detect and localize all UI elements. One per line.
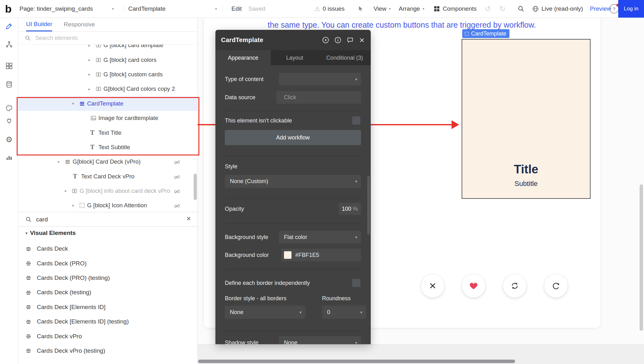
pointer-tool[interactable] [357,0,364,18]
tree-item-text-card-deck-vpro[interactable]: T Text Card Deck vPro [18,169,197,184]
tree-item-custom-cards[interactable]: ▸ G [block] custom cards [18,67,197,82]
comment-icon[interactable] [347,36,354,44]
background-style-value: Flat color [284,234,307,241]
tree-item-info-about-card-deck[interactable]: ▾ G [block] info about card deck vPro [18,184,197,198]
bubble-logo[interactable]: b [5,0,12,18]
caret-right-icon[interactable]: ▸ [88,72,95,77]
tree-item-card-colors[interactable]: ▸ G [block] card colors [18,52,197,67]
chevron-down-icon: ▾ [360,310,362,315]
element-selector[interactable]: CardTemplate ▾ [128,0,217,18]
opacity-input[interactable]: 100 % [339,203,361,215]
refresh-button[interactable] [503,274,527,298]
style-dropdown[interactable]: None (Custom) ▾ [225,175,361,188]
list-item[interactable]: Cards Deck vPro (testing) [18,344,197,358]
tab-responsive[interactable]: Responsive [64,18,95,31]
tree-item-card-colors-copy[interactable]: ▸ G[block] Card colors copy 2 [18,82,197,96]
rewind-button[interactable] [544,274,568,298]
clickable-checkbox[interactable] [352,117,360,125]
settings-tab[interactable]: ⚙ [5,135,13,144]
dislike-button[interactable] [421,274,445,298]
login-button[interactable]: Log in [618,0,644,18]
roundness-dropdown[interactable]: 0 ▾ [322,306,366,319]
property-editor-header[interactable]: CardTemplate [215,30,371,50]
list-item[interactable]: Cards Deck (PRO) [18,256,197,270]
visual-elements-section[interactable]: ▾ Visual Elements [18,226,197,240]
page-selector[interactable]: Page: tinder_swiping_cards ▾ [19,0,114,18]
background-style-dropdown[interactable]: Flat color ▾ [279,231,361,243]
vertical-scrollbar[interactable] [640,184,643,331]
hidden-eye-icon[interactable] [174,158,180,165]
type-of-content-label: Type of content [225,76,264,83]
preview-link[interactable]: Preview [590,0,611,18]
card-subtitle-text[interactable]: Subtitle [462,180,590,188]
close-icon[interactable] [359,37,365,43]
styles-tab[interactable] [5,104,13,112]
list-item[interactable]: Cards Deck (PRO) (testing) [18,271,197,285]
caret-right-icon[interactable]: ▸ [88,57,95,62]
redo-button[interactable]: ↻ [499,0,505,18]
tab-layout[interactable]: Layout [271,50,319,65]
card-title-text[interactable]: Title [462,163,590,176]
live-mode-selector[interactable]: Live (read-only) [532,0,583,18]
undo-button[interactable]: ↺ [485,0,491,18]
design-tab[interactable] [5,22,13,30]
help-button[interactable]: ? [609,0,619,18]
caret-right-icon[interactable]: ▸ [88,87,95,91]
tab-ui-builder[interactable]: UI Builder [26,18,52,31]
view-menu[interactable]: View ▾ [374,0,391,18]
components-icon [433,5,440,12]
workflow-tab[interactable] [5,40,13,48]
shadow-style-dropdown[interactable]: None ▾ [279,336,361,344]
clear-filter-button[interactable] [186,215,192,222]
data-tab[interactable] [5,80,13,89]
list-item[interactable]: Cards Deck [18,242,197,256]
components-button[interactable]: Components [433,0,477,18]
selection-badge-label: CardTemplate [471,30,506,37]
caret-down-icon[interactable]: ▾ [58,160,64,164]
issues-indicator[interactable]: ⚠ 0 issues [314,0,345,18]
hidden-eye-icon[interactable] [174,173,180,180]
search-button[interactable] [518,0,525,18]
inspector-scrollbar[interactable] [367,176,370,235]
plugins-tab[interactable] [5,117,13,125]
caret-down-icon[interactable]: ▾ [64,189,71,193]
border-style-dropdown[interactable]: None ▾ [225,306,305,319]
play-icon[interactable] [322,36,329,44]
list-item[interactable]: Cards Deck [Elements ID] [18,300,197,314]
logs-tab[interactable] [5,153,13,161]
type-of-content-dropdown[interactable]: ▾ [279,73,361,85]
hidden-eye-icon[interactable] [174,202,180,209]
panel-scrollbar[interactable] [194,174,197,200]
layout-tab[interactable] [5,62,13,70]
caret-down-icon[interactable]: ▾ [25,231,28,236]
divider [225,331,361,331]
color-swatch[interactable] [284,251,291,259]
tree-item-icon-attention[interactable]: ▾ G [block] Icon Attention [18,198,197,213]
horizontal-scrollbar[interactable] [198,360,515,363]
card-template-element[interactable]: Title Subtitle [462,39,591,199]
list-item[interactable]: Cards Deck (testing) [18,285,197,300]
edit-menu[interactable]: Edit [231,0,242,18]
tab-conditional[interactable]: Conditional (3) [319,50,371,65]
list-item[interactable]: Cards Deck [Elements ID] (testing) [18,314,197,329]
page-instruction-text: the same type. You can create custom but… [203,20,600,30]
selection-badge[interactable]: CardTemplate [462,29,509,38]
element-filter-input[interactable] [36,216,172,223]
list-item-label: Cards Deck [Elements ID] (testing) [37,318,129,325]
hidden-eye-icon[interactable] [174,187,180,194]
tab-appearance[interactable]: Appearance [215,50,271,65]
shadow-style-value: None [284,340,297,345]
caret-down-icon[interactable]: ▾ [72,203,79,208]
preview-label: Preview [590,5,611,12]
add-workflow-button[interactable]: Add workflow [225,130,361,145]
border-independent-checkbox[interactable] [352,279,360,287]
like-button[interactable] [462,274,486,298]
data-source-button[interactable]: Click [276,91,361,104]
background-color-field[interactable]: #FBF1E5 [281,249,361,261]
info-icon[interactable] [334,36,341,44]
arrange-menu[interactable]: Arrange ▾ [399,0,425,18]
list-item-label: Cards Deck (testing) [37,289,91,296]
list-item[interactable]: Cards Deck vPro [18,329,197,343]
search-elements-input[interactable] [35,35,174,42]
tree-item-card-deck-vpro[interactable]: ▾ G[block] Card Deck (vPro) [18,155,197,169]
